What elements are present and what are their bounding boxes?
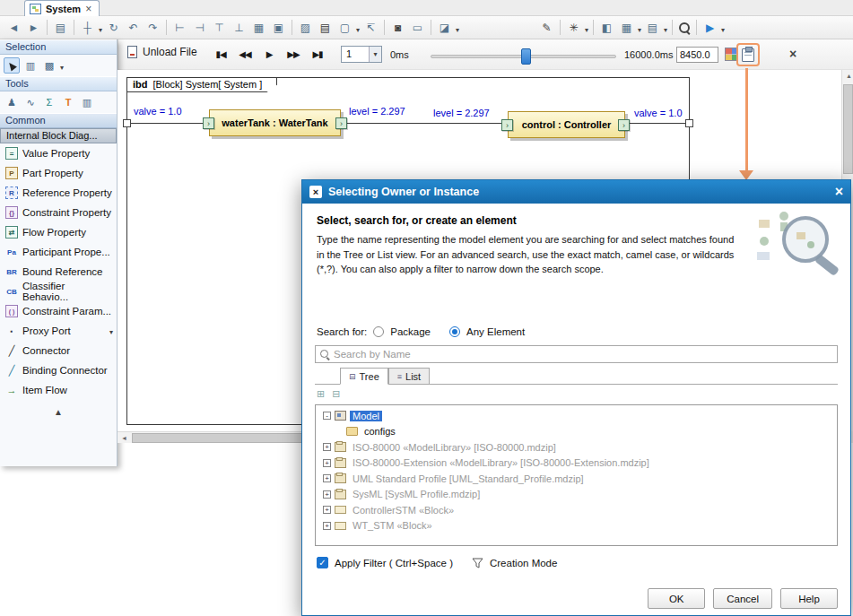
expand-all-icon[interactable]	[317, 388, 325, 400]
camera-icon[interactable]	[389, 19, 406, 36]
connector-label-valve-left[interactable]: valve = 1.0	[134, 106, 182, 117]
expander-icon[interactable]	[323, 522, 331, 530]
simulation-close-icon[interactable]	[789, 47, 796, 61]
align-left-icon[interactable]	[171, 19, 188, 36]
palette-item-part-property[interactable]: Part Property	[0, 163, 117, 183]
expander-icon[interactable]	[323, 506, 331, 514]
trigger-caret-icon[interactable]	[369, 47, 381, 62]
collapse-all-icon[interactable]	[332, 388, 340, 400]
tree-item-iso-80000[interactable]: ISO-80000 «ModelLibrary» [ISO-80000.mdzi…	[316, 439, 837, 455]
palette-item-reference-property[interactable]: Reference Property	[0, 183, 117, 203]
add-image-icon[interactable]	[297, 19, 314, 36]
creation-mode-label[interactable]: Creation Mode	[490, 558, 557, 568]
expander-icon[interactable]	[323, 459, 331, 467]
help-button[interactable]: Help	[780, 588, 838, 609]
controller-part[interactable]: control : Controller	[508, 111, 625, 138]
unload-file-button[interactable]: Unload File	[127, 46, 197, 58]
apply-filter-checkbox[interactable]	[317, 557, 328, 568]
radio-package[interactable]	[373, 326, 384, 337]
paste-icon[interactable]	[317, 19, 334, 36]
align-right-icon[interactable]	[191, 19, 208, 36]
tree-item-iso-80000-extension[interactable]: ISO-80000-Extension «ModelLibrary» [ISO-…	[316, 455, 837, 472]
stamp-icon[interactable]	[4, 94, 20, 110]
tab-system[interactable]: System	[24, 0, 100, 16]
drawer-internal-block-diagram[interactable]: Internal Block Diag...	[0, 128, 117, 143]
expander-icon[interactable]	[323, 412, 331, 420]
expander-icon[interactable]	[323, 474, 331, 482]
connector-label-level-right[interactable]: level = 2.297	[433, 108, 490, 118]
filter-funnel-icon[interactable]	[472, 558, 483, 568]
tab-close-icon[interactable]	[85, 4, 91, 13]
align-top-icon[interactable]	[211, 19, 228, 36]
export-clipboard-icon[interactable]	[742, 48, 754, 62]
vertical-scroll-thumb[interactable]	[843, 84, 853, 174]
add-anchor-icon[interactable]	[362, 19, 379, 36]
window-layout-icon[interactable]	[598, 19, 615, 36]
skip-to-end-icon[interactable]	[309, 45, 326, 63]
tree-item-controllerstm[interactable]: ControllerSTM «Block»	[316, 502, 837, 518]
connector-label-level-left[interactable]: level = 2.297	[349, 106, 405, 117]
table-options-icon[interactable]	[644, 19, 661, 36]
undo-icon[interactable]	[125, 19, 142, 36]
note-caret-icon[interactable]	[356, 20, 360, 36]
time-slider-track[interactable]	[431, 55, 616, 58]
grid-caret-icon[interactable]	[638, 20, 641, 36]
open-in-new-icon[interactable]	[436, 19, 453, 36]
table-caret-icon[interactable]	[664, 20, 667, 36]
skip-to-start-icon[interactable]	[212, 45, 230, 63]
layout-caret-icon[interactable]	[99, 20, 102, 36]
sum-icon[interactable]	[41, 94, 57, 110]
palette-item-proxy-port[interactable]: Proxy Port	[0, 321, 117, 341]
palette-item-participant-property[interactable]: Participant Prope...	[0, 242, 117, 262]
search-box[interactable]	[315, 345, 838, 363]
water-tank-part[interactable]: waterTank : WaterTank	[209, 109, 341, 136]
drawer-common[interactable]: Common	[0, 113, 117, 128]
palette-scroll-up-icon[interactable]	[0, 407, 117, 417]
tab-tree[interactable]: Tree	[340, 368, 388, 385]
layout-hierarchic-icon[interactable]	[79, 19, 96, 36]
add-frame-icon[interactable]	[409, 19, 426, 36]
water-tank-right-port[interactable]	[335, 117, 347, 129]
expander-icon[interactable]	[323, 490, 331, 499]
proxy-port-caret-icon[interactable]	[109, 325, 113, 336]
swimlane-icon[interactable]	[22, 57, 39, 74]
spline-icon[interactable]	[22, 94, 39, 110]
scroll-up-icon[interactable]	[846, 73, 852, 79]
navigate-forward-icon[interactable]	[25, 19, 42, 36]
current-time-input[interactable]	[676, 47, 718, 63]
distribute-grid-icon[interactable]	[250, 19, 267, 36]
shape-grid-icon[interactable]	[41, 57, 57, 74]
fast-forward-icon[interactable]	[284, 45, 302, 63]
radio-package-label[interactable]: Package	[390, 326, 431, 337]
controller-right-port[interactable]	[618, 119, 630, 131]
settings-caret-icon[interactable]	[585, 20, 588, 36]
tree-item-sysml[interactable]: SysML [SysML Profile.mdzip]	[316, 487, 837, 503]
play-icon[interactable]	[260, 45, 278, 63]
columns-icon[interactable]	[79, 94, 95, 110]
align-bottom-icon[interactable]	[231, 19, 248, 36]
add-note-icon[interactable]	[336, 19, 353, 36]
palette-item-bound-reference[interactable]: Bound Reference	[0, 262, 117, 282]
tree-item-model[interactable]: Model	[316, 408, 837, 424]
grid-options-icon[interactable]	[618, 19, 635, 36]
selection-cursor-icon[interactable]	[4, 57, 20, 74]
search-icon[interactable]	[677, 21, 692, 35]
selection-caret-icon[interactable]	[60, 57, 64, 74]
radio-any-element-label[interactable]: Any Element	[466, 326, 525, 337]
fast-backward-icon[interactable]	[236, 45, 254, 63]
tab-list[interactable]: List	[388, 368, 430, 385]
palette-item-value-property[interactable]: Value Property	[0, 143, 117, 163]
dialog-titlebar[interactable]: Selecting Owner or Instance	[302, 180, 850, 204]
edit-document-icon[interactable]	[538, 19, 555, 36]
search-input[interactable]	[334, 349, 833, 360]
palette-item-constraint-property[interactable]: Constraint Property	[0, 203, 117, 222]
water-tank-left-port[interactable]	[203, 117, 214, 129]
related-elements-icon[interactable]	[52, 19, 69, 36]
palette-item-connector[interactable]: Connector	[0, 341, 117, 360]
element-tree[interactable]: Model configs ISO-80000 «ModelLibrary» […	[315, 404, 838, 546]
scroll-left-icon[interactable]	[121, 435, 127, 441]
connector-label-valve-right[interactable]: valve = 1.0	[634, 108, 683, 118]
trigger-select[interactable]: 1	[341, 46, 382, 63]
frame-boundary-port[interactable]	[685, 119, 693, 127]
expander-icon[interactable]	[323, 443, 331, 451]
